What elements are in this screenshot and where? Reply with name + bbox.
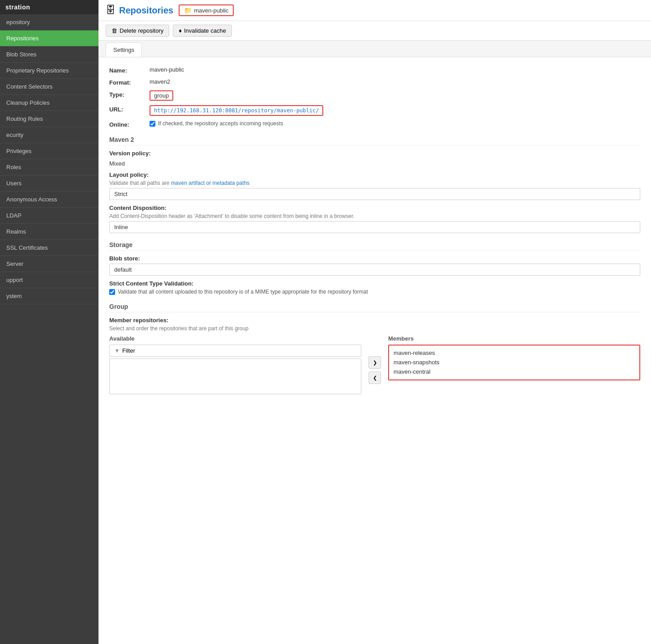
members-list[interactable]: maven-releases maven-snapshots maven-cen… xyxy=(388,345,640,380)
sidebar-item-users[interactable]: Users xyxy=(0,175,99,192)
name-value: maven-public xyxy=(150,66,184,73)
page-title: Repositories xyxy=(119,5,173,16)
sidebar-item-blob-stores[interactable]: Blob Stores xyxy=(0,47,99,63)
maven2-section-title: Maven 2 xyxy=(109,136,640,145)
available-column: Available ▼ Filter xyxy=(109,335,361,394)
layout-policy-hint: Validate that all paths are maven artifa… xyxy=(109,180,640,186)
layout-policy-hint-link[interactable]: maven artifact or metadata paths xyxy=(171,180,249,186)
sidebar-item-routing-rules[interactable]: Routing Rules xyxy=(0,111,99,127)
sidebar-item-ldap[interactable]: LDAP xyxy=(0,208,99,224)
blob-store-value: default xyxy=(109,264,640,276)
layout-policy-label: Layout policy: xyxy=(109,171,640,178)
move-right-button[interactable]: ❯ xyxy=(368,356,381,369)
folder-icon: 📁 xyxy=(184,7,192,14)
member-item-central[interactable]: maven-central xyxy=(394,367,635,376)
main-content: 🗄 Repositories 📁 maven-public 🗑 Delete r… xyxy=(99,0,651,644)
online-hint: If checked, the repository accepts incom… xyxy=(158,120,283,127)
member-item-snapshots[interactable]: maven-snapshots xyxy=(394,358,635,367)
strict-content-checkbox[interactable] xyxy=(109,289,115,295)
strict-content-hint: Validate that all content uploaded to th… xyxy=(118,289,368,295)
url-value[interactable]: http://192.168.31.120:8081/repository/ma… xyxy=(150,105,323,116)
sidebar-item-content-selectors[interactable]: Content Selectors xyxy=(0,79,99,95)
filter-icon: ▼ xyxy=(114,347,120,354)
delete-icon: 🗑 xyxy=(111,27,117,34)
sidebar-item-repositories[interactable]: Repositories xyxy=(0,30,99,47)
repository-icon: 🗄 xyxy=(106,4,116,16)
invalidate-icon: ♦ xyxy=(179,27,182,34)
type-value: group xyxy=(150,90,173,101)
invalidate-label: Invalidate cache xyxy=(184,27,226,34)
content-disposition-hint: Add Content-Disposition header as 'Attac… xyxy=(109,213,640,219)
online-label: Online: xyxy=(109,120,150,128)
blob-store-label: Blob store: xyxy=(109,255,640,262)
type-row: Type: group xyxy=(109,90,640,101)
sidebar-item-realms[interactable]: Realms xyxy=(0,224,99,240)
format-row: Format: maven2 xyxy=(109,78,640,86)
member-repos-label: Member repositories: xyxy=(109,317,640,324)
format-label: Format: xyxy=(109,78,150,86)
strict-content-checkbox-row: Validate that all content uploaded to th… xyxy=(109,289,640,295)
format-value: maven2 xyxy=(150,78,170,85)
content-disposition-label: Content Disposition: xyxy=(109,205,640,211)
sidebar-item-support[interactable]: upport xyxy=(0,272,99,288)
form-content: Name: maven-public Format: maven2 Type: … xyxy=(99,57,651,644)
filter-placeholder: Filter xyxy=(122,347,135,354)
sidebar-item-privileges[interactable]: Privileges xyxy=(0,143,99,159)
page-header: 🗄 Repositories 📁 maven-public xyxy=(99,0,651,21)
content-disposition-value: Inline xyxy=(109,221,640,233)
tabs-bar: Settings xyxy=(99,41,651,57)
arrow-column: ❯ ❮ xyxy=(368,335,381,394)
group-columns: Available ▼ Filter ❯ ❮ Members maven-rel… xyxy=(109,335,640,394)
page-title-area: 🗄 Repositories xyxy=(106,4,173,16)
tab-settings[interactable]: Settings xyxy=(106,43,142,57)
online-row: Online: If checked, the repository accep… xyxy=(109,120,640,128)
version-policy-value: Mixed xyxy=(109,158,640,171)
sidebar-item-anonymous-access[interactable]: Anonymous Access xyxy=(0,192,99,208)
sidebar-item-system[interactable]: ystem xyxy=(0,288,99,304)
sidebar-item-proprietary-repositories[interactable]: Proprietary Repositories xyxy=(0,63,99,79)
url-row: URL: http://192.168.31.120:8081/reposito… xyxy=(109,105,640,116)
layout-policy-value: Strict xyxy=(109,188,640,200)
members-column: Members maven-releases maven-snapshots m… xyxy=(388,335,640,394)
storage-section-title: Storage xyxy=(109,241,640,251)
sidebar-item-ssl-certificates[interactable]: SSL Certificates xyxy=(0,240,99,256)
sidebar-item-security[interactable]: ecurity xyxy=(0,127,99,143)
delete-label: Delete repository xyxy=(120,27,163,34)
available-header: Available xyxy=(109,335,361,342)
toolbar: 🗑 Delete repository ♦ Invalidate cache xyxy=(99,21,651,41)
sidebar-header: stration xyxy=(0,0,99,14)
online-checkbox[interactable] xyxy=(150,121,155,127)
name-row: Name: maven-public xyxy=(109,66,640,74)
move-left-button[interactable]: ❮ xyxy=(368,371,381,384)
group-section-title: Group xyxy=(109,303,640,312)
breadcrumb-label: maven-public xyxy=(194,7,228,14)
name-label: Name: xyxy=(109,66,150,74)
sidebar-item-roles[interactable]: Roles xyxy=(0,159,99,175)
sidebar-item-repository[interactable]: epository xyxy=(0,14,99,30)
sidebar: stration epository Repositories Blob Sto… xyxy=(0,0,99,644)
breadcrumb-badge: 📁 maven-public xyxy=(179,4,234,16)
invalidate-cache-button[interactable]: ♦ Invalidate cache xyxy=(173,25,232,37)
members-header: Members xyxy=(388,335,640,342)
type-label: Type: xyxy=(109,90,150,98)
member-repos-hint: Select and order the repositories that a… xyxy=(109,325,640,332)
url-label: URL: xyxy=(109,105,150,113)
filter-box[interactable]: ▼ Filter xyxy=(109,345,361,357)
online-checkbox-row: If checked, the repository accepts incom… xyxy=(150,120,283,127)
sidebar-item-server[interactable]: Server xyxy=(0,256,99,272)
available-list[interactable] xyxy=(109,358,361,394)
delete-repository-button[interactable]: 🗑 Delete repository xyxy=(106,25,169,37)
strict-content-label: Strict Content Type Validation: xyxy=(109,280,640,287)
version-policy-label: Version policy: xyxy=(109,150,640,157)
member-item-releases[interactable]: maven-releases xyxy=(394,348,635,358)
sidebar-item-cleanup-policies[interactable]: Cleanup Policies xyxy=(0,95,99,111)
